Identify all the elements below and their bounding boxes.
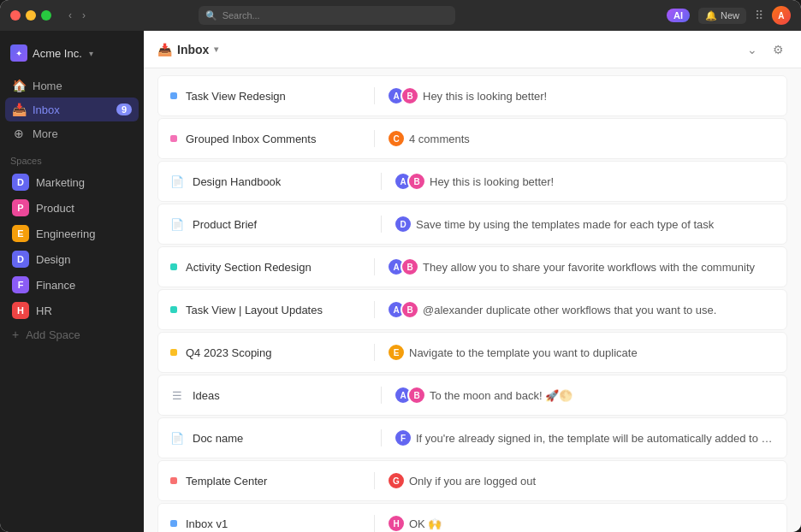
new-button[interactable]: 🔔 New (698, 8, 746, 24)
workspace-name: Acme Inc. (33, 47, 82, 60)
settings-button[interactable]: ⚙ (769, 39, 787, 60)
table-row[interactable]: Activity Section Redesign A B They allow… (157, 246, 787, 287)
row-divider (374, 130, 375, 147)
row-comment: OK 🙌 (409, 517, 442, 530)
row-avatars: A B (394, 386, 421, 405)
row-indicator (170, 263, 177, 270)
space-label-engineering: Engineering (36, 228, 95, 240)
close-button[interactable] (10, 10, 21, 21)
avatar: D (394, 215, 412, 233)
sidebar-item-home[interactable]: 🏠 Home (5, 74, 139, 98)
row-title: Doc name (193, 432, 381, 445)
row-title: Product Brief (193, 218, 381, 231)
sidebar-item-label: Inbox (33, 103, 60, 116)
sidebar-item-inbox[interactable]: 📥 Inbox 9 (5, 98, 139, 121)
row-avatars: D (394, 215, 407, 233)
table-row[interactable]: Template Center G Only if you are logged… (157, 460, 787, 501)
nav-arrows: ‹ › (65, 8, 89, 23)
inbox-title-chevron-icon[interactable]: ▾ (214, 44, 218, 54)
sidebar-item-finance[interactable]: F Finance (5, 272, 139, 298)
titlebar-right: AI 🔔 New ⠿ A (667, 6, 791, 25)
row-avatars: H (387, 514, 400, 532)
sidebar-item-design[interactable]: D Design (5, 246, 139, 272)
doc-icon: 📄 (170, 217, 184, 231)
doc-icon: 📄 (170, 174, 184, 188)
row-divider (374, 515, 375, 532)
inbox-title-text: Inbox (177, 43, 209, 56)
row-indicator (170, 520, 177, 527)
grid-icon[interactable]: ⠿ (755, 9, 763, 22)
row-title: Inbox v1 (186, 517, 374, 530)
doc-icon: 📄 (170, 431, 184, 445)
back-arrow[interactable]: ‹ (65, 8, 75, 23)
row-divider (381, 173, 382, 190)
avatar: B (407, 386, 426, 405)
row-comment: Save time by using the templates made fo… (416, 218, 714, 231)
space-dot-product: P (12, 199, 29, 216)
app-window: ‹ › 🔍 Search... AI 🔔 New ⠿ A ✦ Acme Inc.… (0, 0, 801, 532)
row-comment: 4 comments (409, 133, 470, 145)
row-avatars: A B (387, 300, 414, 319)
row-divider (374, 472, 375, 489)
search-icon: 🔍 (205, 10, 217, 21)
sidebar-item-hr[interactable]: H HR (5, 298, 139, 323)
avatar: B (400, 300, 419, 319)
table-row[interactable]: Q4 2023 Scoping E Navigate to the templa… (157, 332, 787, 373)
avatar: G (387, 471, 406, 490)
space-dot-design: D (12, 251, 29, 268)
inbox-icon: 📥 (12, 103, 26, 116)
table-row[interactable]: Task View Redesign A B Hey this is looki… (157, 75, 787, 116)
avatar: H (387, 514, 406, 532)
add-space-label: Add Space (26, 328, 80, 341)
collapse-button[interactable]: ⌄ (744, 39, 761, 60)
sidebar-item-more[interactable]: ⊕ More (5, 121, 139, 145)
space-label-product: Product (36, 202, 74, 215)
table-row[interactable]: Inbox v1 H OK 🙌 (157, 503, 787, 532)
sidebar-item-marketing[interactable]: D Marketing (5, 169, 139, 195)
row-comment: To the moon and back! 🚀🌕 (430, 389, 573, 402)
add-space-button[interactable]: + Add Space (5, 323, 139, 346)
workspace-selector[interactable]: ✦ Acme Inc. ▾ (0, 39, 144, 67)
inbox-badge: 9 (116, 103, 132, 115)
search-placeholder: Search... (222, 10, 260, 21)
header-actions: ⌄ ⚙ (744, 39, 787, 60)
minimize-button[interactable] (26, 10, 36, 21)
row-title: Ideas (193, 389, 381, 402)
workspace-logo: ✦ (10, 44, 27, 62)
traffic-lights (10, 10, 51, 21)
table-row[interactable]: Grouped Inbox Comments C 4 comments (157, 118, 787, 159)
sidebar-nav: 🏠 Home 📥 Inbox 9 ⊕ More (0, 74, 144, 145)
sidebar-item-engineering[interactable]: E Engineering (5, 221, 139, 246)
maximize-button[interactable] (41, 10, 51, 21)
row-indicator (170, 477, 177, 484)
user-avatar[interactable]: A (772, 6, 791, 25)
row-comment: Navigate to the template you want to dup… (409, 346, 638, 359)
row-title: Q4 2023 Scoping (186, 346, 374, 359)
bell-icon: 🔔 (705, 10, 717, 21)
space-dot-hr: H (12, 302, 29, 319)
ai-badge[interactable]: AI (667, 9, 690, 22)
table-row[interactable]: ☰ Ideas A B To the moon and back! 🚀🌕 (157, 375, 787, 416)
row-divider (374, 301, 375, 318)
workspace-chevron-icon: ▾ (89, 49, 93, 58)
table-row[interactable]: 📄 Design Handbook A B Hey this is lookin… (157, 161, 787, 202)
home-icon: 🏠 (12, 79, 26, 92)
space-label-marketing: Marketing (36, 176, 85, 189)
avatar: B (407, 172, 426, 191)
table-row[interactable]: Task View | Layout Updates A B @alexande… (157, 289, 787, 330)
table-row[interactable]: 📄 Doc name F If you're already signed in… (157, 417, 787, 458)
row-divider (381, 216, 382, 233)
row-divider (374, 344, 375, 361)
table-row[interactable]: 📄 Product Brief D Save time by using the… (157, 204, 787, 245)
row-divider (374, 258, 375, 275)
row-comment: Only if you are logged out (409, 475, 536, 488)
row-comment: @alexander duplicate other workflows tha… (423, 304, 716, 316)
forward-arrow[interactable]: › (79, 8, 89, 23)
row-title: Grouped Inbox Comments (186, 133, 374, 145)
titlebar: ‹ › 🔍 Search... AI 🔔 New ⠿ A (0, 0, 801, 31)
row-avatars: A B (387, 257, 414, 276)
row-indicator (170, 135, 177, 142)
sidebar-item-product[interactable]: P Product (5, 195, 139, 221)
avatar: E (387, 343, 406, 362)
search-bar[interactable]: 🔍 Search... (199, 6, 455, 25)
